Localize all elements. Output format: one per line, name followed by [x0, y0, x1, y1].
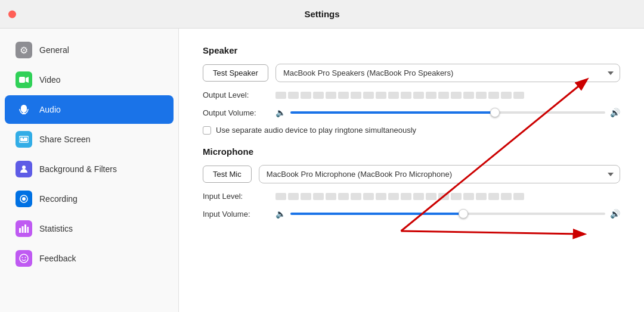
level-seg-1 — [275, 92, 286, 99]
speaker-device-select[interactable]: MacBook Pro Speakers (MacBook Pro Speake… — [275, 64, 620, 82]
sidebar-item-share-screen[interactable]: Share Screen — [5, 125, 174, 154]
sidebar-label-background: Background & Filters — [39, 164, 117, 174]
sidebar-label-general: General — [39, 45, 69, 55]
microphone-section-title: Microphone — [203, 146, 620, 157]
level-seg-9 — [376, 92, 386, 99]
in-seg-4 — [313, 193, 324, 200]
svg-point-8 — [22, 197, 26, 201]
output-level-row: Output Level: — [203, 91, 620, 99]
in-seg-5 — [326, 193, 336, 200]
input-volume-row: Input Volume: 🔈 🔊 — [203, 209, 620, 219]
general-icon: ⚙ — [16, 42, 32, 58]
level-seg-8 — [363, 92, 374, 99]
in-seg-15 — [451, 193, 462, 200]
in-seg-9 — [376, 193, 386, 200]
sidebar-label-video: Video — [39, 75, 61, 85]
input-volume-thumb[interactable] — [459, 209, 468, 219]
test-speaker-button[interactable]: Test Speaker — [203, 64, 268, 82]
sidebar-item-audio[interactable]: Audio — [5, 95, 174, 124]
volume-high-icon: 🔊 — [610, 108, 620, 117]
sidebar-item-general[interactable]: ⚙ General — [5, 36, 174, 64]
speaker-section-title: Speaker — [203, 45, 620, 55]
background-icon — [16, 161, 32, 177]
level-seg-16 — [463, 92, 474, 99]
microphone-device-row: Test Mic MacBook Pro Microphone (MacBook… — [203, 165, 620, 183]
level-seg-14 — [438, 92, 449, 99]
in-seg-8 — [363, 193, 374, 200]
share-screen-icon — [16, 131, 32, 148]
output-level-bar — [275, 92, 620, 99]
svg-point-15 — [25, 257, 26, 258]
level-seg-11 — [401, 92, 411, 99]
level-seg-7 — [351, 92, 361, 99]
svg-rect-10 — [22, 226, 24, 233]
audio-icon — [16, 101, 32, 118]
sidebar-label-statistics: Statistics — [39, 224, 73, 233]
input-level-label: Input Level: — [203, 192, 268, 201]
in-seg-3 — [301, 193, 311, 200]
test-mic-button[interactable]: Test Mic — [203, 166, 252, 183]
output-volume-row: Output Volume: 🔈 🔊 — [203, 108, 620, 117]
input-volume-slider-container: 🔈 🔊 — [275, 209, 620, 219]
in-seg-1 — [275, 193, 286, 200]
output-volume-fill — [290, 111, 495, 114]
sidebar-item-statistics[interactable]: Statistics — [5, 214, 174, 243]
svg-point-14 — [22, 257, 23, 258]
output-level-label: Output Level: — [203, 91, 268, 99]
level-seg-6 — [338, 92, 349, 99]
in-seg-13 — [426, 193, 436, 200]
level-seg-4 — [313, 92, 324, 99]
level-seg-12 — [413, 92, 424, 99]
window-title: Settings — [304, 9, 339, 19]
level-seg-19 — [501, 92, 512, 99]
sidebar-item-background[interactable]: Background & Filters — [5, 155, 174, 183]
statistics-icon — [16, 220, 32, 237]
output-volume-label: Output Volume: — [203, 108, 268, 117]
in-seg-18 — [488, 193, 499, 200]
level-seg-10 — [388, 92, 399, 99]
close-button[interactable] — [8, 10, 16, 18]
in-seg-7 — [351, 193, 361, 200]
svg-rect-9 — [19, 228, 21, 233]
in-seg-17 — [476, 193, 487, 200]
sidebar: ⚙ General Video Audio Share Screen — [0, 29, 179, 312]
title-bar: Settings — [0, 0, 644, 29]
level-seg-20 — [513, 92, 524, 99]
level-seg-5 — [326, 92, 336, 99]
svg-rect-11 — [24, 224, 26, 233]
output-volume-thumb[interactable] — [490, 108, 500, 117]
level-seg-18 — [488, 92, 499, 99]
svg-marker-1 — [26, 77, 29, 83]
separate-device-row: Use separate audio device to play ringto… — [203, 126, 620, 135]
output-volume-slider-container: 🔈 🔊 — [275, 108, 620, 117]
volume-low-icon: 🔈 — [275, 108, 286, 117]
content-area: Speaker Test Speaker MacBook Pro Speaker… — [179, 29, 644, 312]
recording-icon — [16, 191, 32, 207]
level-seg-2 — [288, 92, 299, 99]
sidebar-item-video[interactable]: Video — [5, 65, 174, 94]
sidebar-item-recording[interactable]: Recording — [5, 185, 174, 213]
in-seg-6 — [338, 193, 349, 200]
sidebar-item-feedback[interactable]: Feedback — [5, 244, 174, 273]
input-volume-label: Input Volume: — [203, 210, 268, 219]
input-volume-track[interactable] — [290, 213, 605, 215]
svg-rect-0 — [19, 77, 25, 83]
input-volume-fill — [290, 213, 463, 215]
output-volume-track[interactable] — [290, 111, 605, 114]
in-seg-10 — [388, 193, 399, 200]
mic-volume-low-icon: 🔈 — [275, 209, 286, 219]
in-seg-19 — [501, 193, 512, 200]
in-seg-16 — [463, 193, 474, 200]
separate-device-checkbox[interactable] — [203, 126, 211, 135]
input-level-bar — [275, 193, 620, 200]
separate-device-label: Use separate audio device to play ringto… — [216, 126, 416, 135]
microphone-device-select[interactable]: MacBook Pro Microphone (MacBook Pro Micr… — [259, 165, 620, 183]
sidebar-label-audio: Audio — [39, 105, 61, 114]
speaker-device-row: Test Speaker MacBook Pro Speakers (MacBo… — [203, 64, 620, 82]
in-seg-12 — [413, 193, 424, 200]
sidebar-label-share-screen: Share Screen — [39, 135, 91, 144]
sidebar-label-feedback: Feedback — [39, 254, 76, 263]
input-level-row: Input Level: — [203, 192, 620, 201]
in-seg-14 — [438, 193, 449, 200]
main-content: ⚙ General Video Audio Share Screen — [0, 29, 644, 312]
